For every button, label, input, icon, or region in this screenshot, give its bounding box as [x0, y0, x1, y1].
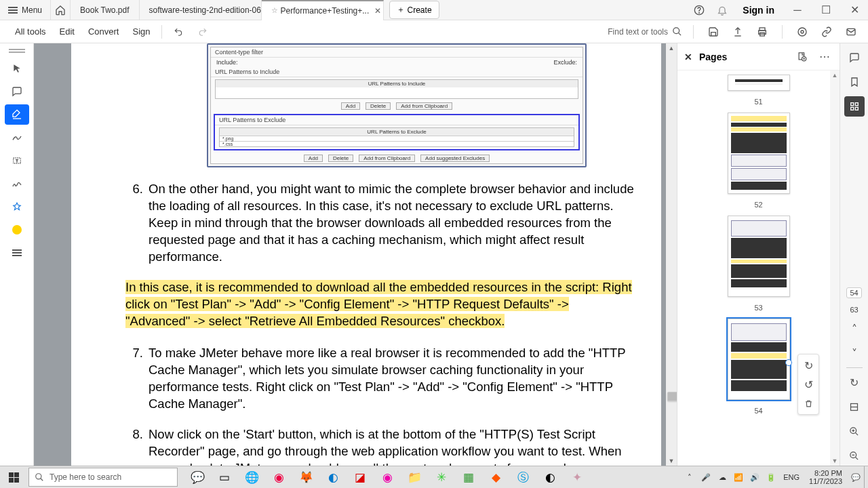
tray-notifications-icon[interactable]: 💬: [848, 466, 864, 488]
rotate-cw-icon[interactable]: ↻: [801, 359, 816, 372]
scroll-thumb[interactable]: [667, 392, 677, 401]
bell-icon[interactable]: [711, 0, 733, 20]
tabs-row: Book Two.pdf software-testing-2nd-editio…: [71, 0, 688, 20]
grip-icon[interactable]: [9, 49, 25, 53]
tray-wifi-icon[interactable]: 📶: [730, 466, 747, 488]
color-tool[interactable]: [5, 220, 29, 240]
more-tools[interactable]: [5, 243, 29, 263]
tray-clock[interactable]: 8:20 PM 11/7/2023: [804, 469, 848, 485]
document-viewport[interactable]: Content-type filter Include:Exclude: URL…: [34, 43, 677, 466]
scroll-down-icon[interactable]: ▼: [830, 456, 840, 466]
rotate-ccw-icon[interactable]: ↺: [801, 378, 816, 391]
doc-scrollbar[interactable]: ▲ ▼: [666, 43, 677, 466]
task-chrome-icon[interactable]: ◉: [266, 466, 292, 488]
print-icon[interactable]: [753, 23, 771, 41]
close-button[interactable]: ✕: [841, 0, 868, 20]
task-browser-icon[interactable]: ◐: [320, 466, 346, 488]
redo-button[interactable]: [191, 23, 215, 41]
page-up-icon[interactable]: ˄: [844, 319, 865, 339]
tab-close-icon[interactable]: ✕: [374, 6, 381, 16]
pin-tool[interactable]: [5, 197, 29, 217]
all-tools-button[interactable]: All tools: [8, 22, 53, 41]
task-acrobat-icon[interactable]: ◪: [347, 466, 373, 488]
bookmarks-icon[interactable]: [844, 72, 865, 92]
menu-button[interactable]: Menu: [0, 0, 50, 20]
tray-battery-icon[interactable]: 🔋: [763, 466, 779, 488]
tab-performance-testing[interactable]: ☆ Performance+Testing+... ✕: [262, 0, 384, 20]
rotate-view-icon[interactable]: ↻: [844, 372, 865, 392]
signature-tool[interactable]: [5, 174, 29, 194]
select-tool[interactable]: [5, 58, 29, 79]
page-down-icon[interactable]: ˅: [844, 343, 865, 363]
link-icon[interactable]: [818, 23, 835, 41]
zoom-in-icon[interactable]: [844, 421, 865, 441]
mail-icon[interactable]: [842, 23, 860, 41]
thumbnails-icon[interactable]: [844, 96, 865, 117]
start-button[interactable]: [0, 466, 27, 488]
task-cortana-icon[interactable]: 💬: [184, 466, 210, 488]
star-icon: ☆: [271, 6, 278, 15]
task-app-icon[interactable]: ▦: [456, 466, 481, 488]
signin-button[interactable]: Sign in: [734, 5, 783, 16]
task-steam-icon[interactable]: ◐: [537, 466, 563, 488]
taskbar-search[interactable]: Type here to search: [28, 468, 178, 487]
text-tool[interactable]: [5, 150, 29, 171]
close-panel-icon[interactable]: ✕: [684, 52, 692, 62]
sign-button[interactable]: Sign: [125, 22, 157, 41]
create-label: Create: [408, 5, 432, 15]
comments-panel-icon[interactable]: [844, 47, 865, 68]
tab-book-two[interactable]: Book Two.pdf: [71, 0, 140, 20]
tray-mic-icon[interactable]: 🎤: [698, 466, 714, 488]
new-page-icon[interactable]: [793, 49, 810, 65]
ai-icon[interactable]: [793, 23, 811, 41]
highlighted-text[interactable]: In this case, it is recommended to downl…: [125, 280, 632, 328]
thumb-label: 53: [754, 304, 762, 312]
scroll-up-icon[interactable]: ▲: [666, 43, 677, 53]
thumb-53[interactable]: [728, 216, 790, 297]
task-brave-icon[interactable]: ◆: [483, 466, 509, 488]
thumb-54[interactable]: [728, 319, 790, 400]
thumb-51[interactable]: [728, 75, 790, 91]
page: Content-type filter Include:Exclude: URL…: [71, 43, 661, 466]
zoom-out-icon[interactable]: [844, 445, 865, 466]
home-button[interactable]: [50, 0, 71, 20]
divider: [161, 25, 162, 39]
help-icon[interactable]: [688, 0, 710, 20]
task-wechat-icon[interactable]: ✳: [429, 466, 454, 488]
thumb-52[interactable]: [728, 113, 790, 194]
task-recorder-icon[interactable]: ◉: [374, 466, 400, 488]
maximize-button[interactable]: ☐: [812, 0, 840, 20]
draw-tool[interactable]: [5, 127, 29, 148]
scroll-up-icon[interactable]: ▲: [830, 70, 840, 80]
thumbs-scrollbar[interactable]: ▲ ▼: [830, 70, 840, 466]
convert-button[interactable]: Convert: [81, 22, 126, 41]
comment-tool[interactable]: [5, 81, 29, 102]
tray-onedrive-icon[interactable]: ☁: [714, 466, 730, 488]
search-placeholder: Type here to search: [50, 472, 121, 482]
save-icon[interactable]: [705, 23, 722, 41]
tray-language[interactable]: ENG: [779, 473, 804, 481]
task-explorer-icon[interactable]: 📁: [401, 466, 427, 488]
scroll-down-icon[interactable]: ▼: [666, 456, 677, 466]
share-icon[interactable]: [729, 23, 747, 41]
task-view-icon[interactable]: ▭: [212, 466, 237, 488]
task-firefox-icon[interactable]: 🦊: [293, 466, 319, 488]
tab-software-testing[interactable]: software-testing-2nd-edition-067...: [140, 0, 262, 20]
create-button[interactable]: ＋ Create: [389, 1, 439, 19]
task-edge-icon[interactable]: 🌐: [239, 466, 264, 488]
page-current[interactable]: 54: [846, 287, 861, 298]
fig-content-type: Content-type filter: [211, 47, 583, 58]
minimize-button[interactable]: ─: [784, 0, 811, 20]
highlight-tool[interactable]: [5, 104, 29, 125]
tray-volume-icon[interactable]: 🔊: [747, 466, 763, 488]
crop-icon[interactable]: [844, 396, 865, 417]
show-desktop-button[interactable]: [864, 466, 868, 488]
more-icon[interactable]: ⋯: [816, 49, 833, 65]
edit-button[interactable]: Edit: [53, 22, 81, 41]
delete-page-icon[interactable]: [801, 396, 816, 410]
task-skype-icon[interactable]: Ⓢ: [510, 466, 536, 488]
task-misc-icon[interactable]: ✦: [564, 466, 590, 488]
tray-chevron-icon[interactable]: ˄: [682, 466, 698, 488]
find-button[interactable]: Find text or tools: [608, 26, 682, 37]
undo-button[interactable]: [166, 23, 191, 41]
